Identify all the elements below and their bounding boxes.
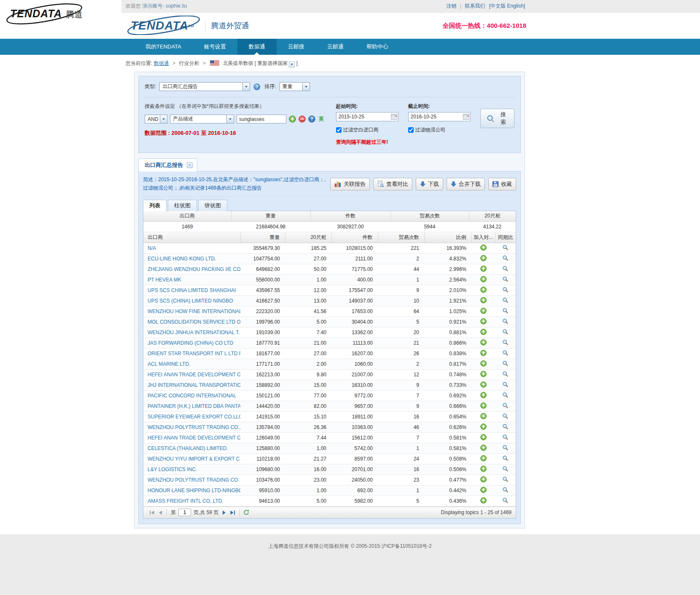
period-compare-zoom-button[interactable] <box>502 371 509 377</box>
exporter-name-link[interactable]: HEFEI ANAN TRADE DEVELOPMENT CO... <box>148 372 240 378</box>
sort-select[interactable]: 重量 <box>280 82 310 91</box>
add-to-compare-button[interactable] <box>480 466 487 472</box>
first-page-button[interactable] <box>148 509 156 516</box>
add-to-compare-button[interactable] <box>480 402 487 409</box>
exporter-name-link[interactable]: HEFEI ANAN TRADE DEVELOPMENT CO... <box>148 435 240 441</box>
english-toggle[interactable]: 英 <box>319 115 324 123</box>
exporter-name-link[interactable]: SUPERIOR EYEWEAR EXPORT CO.LLC <box>148 414 240 420</box>
help-circle-icon[interactable]: ? <box>308 115 315 123</box>
exporter-name-link[interactable]: PT HEVEA MK <box>148 277 181 283</box>
next-page-button[interactable] <box>220 509 228 516</box>
period-compare-zoom-button[interactable] <box>502 297 509 303</box>
exporter-name-link[interactable]: WENZHOU YIYU IMPORT & EXPORT C... <box>148 456 240 462</box>
exporter-name-link[interactable]: CELESTICA (THAILAND) LIMITED. <box>148 445 228 451</box>
add-to-compare-button[interactable] <box>480 434 487 440</box>
add-to-compare-button[interactable] <box>480 360 487 367</box>
period-compare-zoom-button[interactable] <box>502 255 509 261</box>
exporter-name-link[interactable]: PACIFIC CONCORD INTERNATIONAL <box>148 393 236 399</box>
add-to-compare-button[interactable] <box>480 381 487 388</box>
period-compare-zoom-button[interactable] <box>502 318 509 324</box>
merge-download-button[interactable]: 合并下载 <box>447 178 485 190</box>
calendar-icon[interactable] <box>463 114 469 120</box>
contact-link[interactable]: 联系我们 <box>465 3 485 9</box>
add-to-compare-button[interactable] <box>480 445 487 451</box>
period-compare-zoom-button[interactable] <box>502 497 509 504</box>
exporter-name-link[interactable]: WENZHOU POLYTRUST TRADING CO., ... <box>148 424 240 430</box>
exporter-name-link[interactable]: JAS FORWARDING (CHINA) CO LTD <box>148 340 233 346</box>
related-report-button[interactable]: 关联报告 <box>330 178 370 190</box>
reselect-country-link[interactable]: [ 重新选择国家 <box>255 60 288 66</box>
add-to-compare-button[interactable] <box>480 455 487 461</box>
exporter-name-link[interactable]: MOL CONSOLIDATION SERVICE LTD O/B <box>148 319 240 325</box>
language-switch-link[interactable]: [中文版 English] <box>489 3 525 9</box>
nav-item-data-hub[interactable]: 数据通 <box>237 39 277 55</box>
exporter-name-link[interactable]: L&Y LOGISTICS INC. <box>148 466 197 472</box>
report-type-select[interactable]: 出口商汇总报告 <box>159 82 250 91</box>
period-compare-zoom-button[interactable] <box>502 413 509 419</box>
logout-link[interactable]: 注销 <box>446 3 456 9</box>
chevron-down-icon[interactable] <box>289 62 295 67</box>
period-compare-zoom-button[interactable] <box>502 392 509 398</box>
add-to-compare-button[interactable] <box>480 255 487 261</box>
add-to-compare-button[interactable] <box>480 487 487 493</box>
nav-item-help-center[interactable]: 帮助中心 <box>355 39 400 55</box>
add-to-compare-button[interactable] <box>480 476 487 482</box>
close-icon[interactable]: × <box>187 162 193 168</box>
exporter-name-link[interactable]: ACL MARINE LTD. <box>148 361 190 367</box>
period-compare-zoom-button[interactable] <box>502 487 509 493</box>
add-to-compare-button[interactable] <box>480 265 487 272</box>
period-compare-zoom-button[interactable] <box>502 381 509 388</box>
filter-blank-importer-checkbox[interactable] <box>336 127 342 133</box>
period-compare-zoom-button[interactable] <box>502 423 509 430</box>
tab-list[interactable]: 列表 <box>143 200 167 211</box>
period-compare-zoom-button[interactable] <box>502 287 509 293</box>
nav-item-account-settings[interactable]: 账号设置 <box>193 39 237 55</box>
filter-logistics-checkbox[interactable] <box>408 127 414 133</box>
add-to-compare-button[interactable] <box>480 371 487 377</box>
add-to-compare-button[interactable] <box>480 318 487 324</box>
add-to-compare-button[interactable] <box>480 350 487 356</box>
add-to-compare-button[interactable] <box>480 329 487 335</box>
exporter-name-link[interactable]: ORIENT STAR TRANSPORT INT L LTD RM <box>148 351 240 356</box>
add-to-compare-button[interactable] <box>480 392 487 398</box>
exporter-name-link[interactable]: HONOUR LANE SHIPPING LTD-NINGBO <box>148 488 240 493</box>
tab-bar-chart[interactable]: 柱状图 <box>168 200 197 211</box>
keyword-input[interactable] <box>237 115 286 123</box>
add-to-compare-button[interactable] <box>480 308 487 314</box>
end-date-input[interactable]: 2016-10-25 <box>408 112 471 121</box>
period-compare-zoom-button[interactable] <box>502 445 509 451</box>
exporter-name-link[interactable]: AMASS FREIGHT INTL CO. LTD. <box>148 498 223 504</box>
period-compare-zoom-button[interactable] <box>502 308 509 314</box>
period-compare-zoom-button[interactable] <box>502 434 509 440</box>
add-to-compare-button[interactable] <box>480 297 487 303</box>
report-tab[interactable]: 出口商汇总报告 × <box>138 158 197 172</box>
period-compare-zoom-button[interactable] <box>502 276 509 282</box>
favorite-button[interactable]: 收藏 <box>488 178 516 190</box>
nav-item-cloud-mail-search[interactable]: 云邮搜 <box>277 39 316 55</box>
period-compare-zoom-button[interactable] <box>502 339 509 346</box>
add-to-compare-button[interactable] <box>480 276 487 282</box>
period-compare-zoom-button[interactable] <box>502 466 509 472</box>
exporter-name-link[interactable]: UPS SCS CHINA LIMITED SHANGHAI <box>148 287 236 293</box>
remove-condition-icon[interactable] <box>299 115 306 123</box>
exporter-name-link[interactable]: WENZHOU JINHUA INTERNATIONAL T... <box>148 330 240 335</box>
period-compare-zoom-button[interactable] <box>502 402 509 409</box>
add-to-compare-button[interactable] <box>480 413 487 419</box>
period-compare-zoom-button[interactable] <box>502 244 509 251</box>
search-button[interactable]: 搜索 <box>480 109 514 128</box>
last-page-button[interactable] <box>228 509 237 516</box>
exporter-name-link[interactable]: ZHEJIANG WENZHOU PACKING I/E CORP. <box>148 266 240 272</box>
period-compare-zoom-button[interactable] <box>502 329 509 335</box>
boolean-operator-select[interactable]: AND <box>145 115 167 123</box>
prev-page-button[interactable] <box>156 509 164 516</box>
start-date-input[interactable]: 2015-10-25 <box>336 112 398 121</box>
period-compare-zoom-button[interactable] <box>502 476 509 482</box>
exporter-name-link[interactable]: N/A <box>148 245 156 251</box>
add-to-compare-button[interactable] <box>480 244 487 251</box>
breadcrumb-link-datahub[interactable]: 数据通 <box>154 60 169 66</box>
nav-item-cloud-mail[interactable]: 云邮通 <box>316 39 355 55</box>
add-to-compare-button[interactable] <box>480 287 487 293</box>
refresh-button[interactable] <box>242 509 251 516</box>
exporter-name-link[interactable]: WENZHOU POLYTRUST TRADING CO <box>148 477 238 483</box>
help-icon[interactable]: ? <box>253 83 260 90</box>
